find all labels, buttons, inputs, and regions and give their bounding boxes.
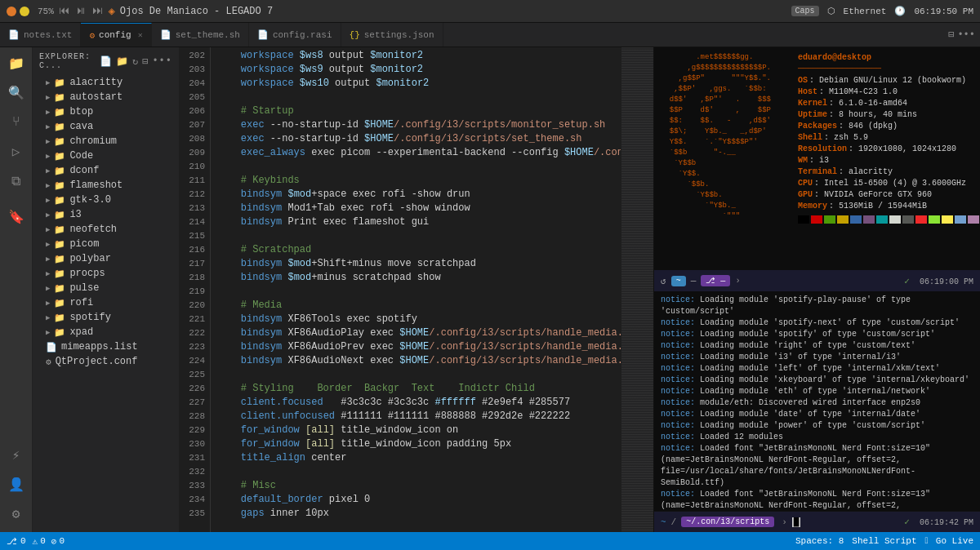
extensions-activity-btn[interactable]: ⧉ xyxy=(5,170,28,193)
code-line: exec --no-startup-id $HOME/.config/i3/sc… xyxy=(217,132,614,146)
config-icon: ⚙ xyxy=(89,30,95,41)
sidebar-item-i3[interactable]: ▶📁i3 xyxy=(33,207,179,222)
tab-settings[interactable]: {} settings.json xyxy=(341,23,443,47)
git-activity-btn[interactable]: ⑂ xyxy=(5,111,28,134)
sidebar-item-qtproject.conf[interactable]: ⚙QtProject.conf xyxy=(33,354,179,369)
time-display: 06:19:50 PM xyxy=(914,7,973,16)
code-line: # Scratchpad xyxy=(217,243,614,257)
sidebar-explorer: EXPLORER: C... 📄 📁 ↻ ⊟ ••• ▶📁alacritty▶📁… xyxy=(33,47,180,532)
statusbar-left: ⎇ 0 ⚠ 0 ⊘ 0 xyxy=(7,536,65,547)
app-icon: ◈ xyxy=(108,4,114,18)
prompt-git-icon: — xyxy=(691,276,697,286)
split-icon[interactable]: ⊟ xyxy=(948,29,954,41)
sidebar-item-pulse[interactable]: ▶📁pulse xyxy=(33,281,179,295)
sidebar-item-gtk-3.0[interactable]: ▶📁gtk-3.0 xyxy=(33,193,179,207)
sidebar-item-cava[interactable]: ▶📁cava xyxy=(33,119,179,134)
tab-close-btn[interactable]: ✕ xyxy=(138,30,143,40)
spaces-label[interactable]: Spaces: 8 xyxy=(795,536,844,546)
code-token: gaps xyxy=(241,507,265,521)
folder-icon: 📁 xyxy=(54,313,65,323)
folder-arrow-icon: ▶ xyxy=(46,299,50,308)
explorer-activity-btn[interactable]: 📁 xyxy=(5,52,28,75)
code-token xyxy=(217,257,241,271)
folder-icon: 📁 xyxy=(54,283,65,294)
sidebar-item-btop[interactable]: ▶📁btop xyxy=(33,104,179,119)
sidebar-item-dconf[interactable]: ▶📁dconf xyxy=(33,163,179,178)
tab-notes[interactable]: 📄 notes.txt xyxy=(0,23,81,47)
config-rasi-icon: 📄 xyxy=(257,29,269,40)
code-token: bindsym xyxy=(241,188,282,202)
code-token: exec_always xyxy=(241,146,305,160)
info-val: : M110M4-C23 1.0 xyxy=(819,86,898,98)
debug-activity-btn[interactable]: ▷ xyxy=(5,140,28,163)
code-token: for_window xyxy=(241,424,300,437)
code-line: bindsym $mod+space exec rofi -show drun xyxy=(217,188,614,202)
prompt2-dir: ~/.con/i3/scripts xyxy=(681,517,774,527)
status-errors[interactable]: ⚠ 0 ⊘ 0 xyxy=(33,536,65,547)
file-icon: 📄 xyxy=(46,342,57,353)
code-line: workspace $ws9 output $monitor2 xyxy=(217,63,614,77)
info-val: : zsh 5.9 xyxy=(824,132,868,144)
neofetch-info-row: Kernel: 6.1.0-16-amd64 xyxy=(798,98,980,109)
prompt2-home-icon: ~ xyxy=(661,517,666,527)
tree-item-label: xpad xyxy=(69,326,93,338)
bookmark-activity-btn[interactable]: 🔖 xyxy=(5,206,28,228)
code-line: bindsym XF86AudioPlay exec $HOME/.config… xyxy=(217,326,614,340)
tab-config[interactable]: ⚙ config ✕ xyxy=(81,23,151,47)
line-number: 214 xyxy=(180,215,205,229)
tree-item-label: flameshot xyxy=(69,180,122,191)
color-block xyxy=(824,215,835,224)
sidebar-item-flameshot[interactable]: ▶📁flameshot xyxy=(33,178,179,193)
sidebar-item-alacritty[interactable]: ▶📁alacritty xyxy=(33,75,179,90)
language-label[interactable]: Shell Script xyxy=(852,536,916,546)
code-token: $mod xyxy=(282,271,311,285)
sidebar-item-polybar[interactable]: ▶📁polybar xyxy=(33,251,179,266)
code-token: +space exec rofi -show drun xyxy=(311,188,470,202)
sidebar-item-code[interactable]: ▶📁Code xyxy=(33,149,179,163)
code-token: $monitor2 xyxy=(364,63,423,77)
more-icon[interactable]: ••• xyxy=(957,29,975,41)
search-activity-btn[interactable]: 🔍 xyxy=(5,82,28,104)
set-theme-icon: 📄 xyxy=(160,29,172,40)
go-live-btn[interactable]: 󰘬 Go Live xyxy=(925,536,973,546)
log-notice: notice: xyxy=(661,375,695,384)
more-explorer-icon[interactable]: ••• xyxy=(152,55,172,68)
status-git[interactable]: ⎇ 0 xyxy=(7,536,26,547)
sidebar-item-spotify[interactable]: ▶📁spotify xyxy=(33,310,179,325)
code-line: client.focused #3c3c3c #3c3c3c #ffffff #… xyxy=(217,396,614,410)
window-close-btn[interactable] xyxy=(7,7,16,16)
window-minimize-btn[interactable] xyxy=(20,7,29,16)
new-file-icon[interactable]: 📄 xyxy=(100,55,113,68)
sidebar-item-rofi[interactable]: ▶📁rofi xyxy=(33,295,179,310)
new-folder-icon[interactable]: 📁 xyxy=(116,55,129,68)
lightning-activity-btn[interactable]: ⚡ xyxy=(5,444,28,467)
neofetch-info-row: eduardo@desktop xyxy=(798,52,980,64)
log-line: notice: Loading module 'power' of type '… xyxy=(661,420,973,432)
sidebar-item-neofetch[interactable]: ▶📁neofetch xyxy=(33,222,179,237)
log-line: notice: Loading module 'left' of type 'i… xyxy=(661,363,973,375)
sidebar-item-mimeapps.list[interactable]: 📄mimeapps.list xyxy=(33,339,179,354)
folder-arrow-icon: ▶ xyxy=(46,211,50,220)
settings-activity-btn[interactable]: ⚙ xyxy=(5,503,28,526)
terminal-log[interactable]: notice: Loading module 'spotify-play-pau… xyxy=(654,291,980,511)
prompt-home: ~ xyxy=(671,276,686,286)
account-activity-btn[interactable]: 👤 xyxy=(5,473,28,496)
code-token xyxy=(217,118,241,132)
sidebar-item-autostart[interactable]: ▶📁autostart xyxy=(33,90,179,104)
sidebar-item-picom[interactable]: ▶📁picom xyxy=(33,237,179,251)
log-line: notice: Loaded font "JetBrainsMonoNL Ner… xyxy=(661,489,973,511)
code-token xyxy=(217,451,241,465)
ethernet-label: Ethernet xyxy=(844,7,887,16)
sidebar-item-xpad[interactable]: ▶📁xpad xyxy=(33,325,179,339)
collapse-icon[interactable]: ⊟ xyxy=(142,55,149,68)
info-key: OS xyxy=(798,75,808,86)
code-content[interactable]: workspace $ws8 output $monitor2 workspac… xyxy=(211,47,621,532)
tab-config-rasi[interactable]: 📄 config.rasi xyxy=(249,23,341,47)
refresh-icon[interactable]: ↻ xyxy=(132,55,139,68)
line-number: 219 xyxy=(180,285,205,299)
tab-set-theme[interactable]: 📄 set_theme.sh xyxy=(152,23,249,47)
sidebar-item-chromium[interactable]: ▶📁chromium xyxy=(33,134,179,149)
sidebar-item-procps[interactable]: ▶📁procps xyxy=(33,266,179,281)
line-number: 208 xyxy=(180,132,205,146)
code-token: +minus scratchpad show xyxy=(311,271,440,285)
